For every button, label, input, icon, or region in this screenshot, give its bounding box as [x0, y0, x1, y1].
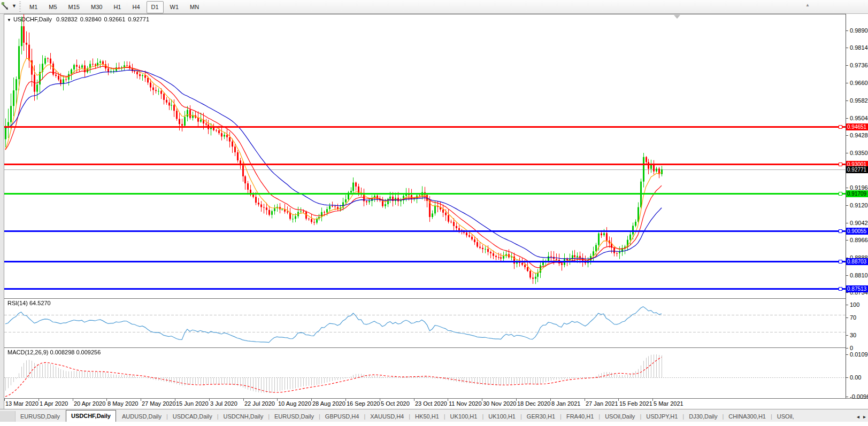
- date-axis-tick: [652, 399, 653, 401]
- price-axis-tick-label: 0.90420: [850, 220, 868, 226]
- tab-usoil-daily[interactable]: USOil,Daily: [600, 412, 640, 422]
- macd-axis-label: 0.010933: [850, 351, 868, 358]
- price-axis-tick: [846, 30, 848, 31]
- timeframe-button-h1[interactable]: H1: [109, 1, 126, 13]
- date-axis-label: 23 Oct 2020: [415, 400, 447, 407]
- chart-shift-marker-icon[interactable]: [674, 15, 680, 19]
- price-axis-tick-label: 0.95040: [850, 115, 868, 121]
- timeframe-button-d1[interactable]: D1: [147, 1, 164, 13]
- timeframe-button-h4[interactable]: H4: [127, 1, 144, 13]
- tab-usdchf-daily[interactable]: USDCHF,Daily: [66, 410, 116, 422]
- tab-scroll-arrows: ◂▸: [853, 414, 866, 420]
- price-axis-tick-label: 0.98140: [850, 44, 868, 51]
- tab-uk100-h1[interactable]: UK100,H1: [483, 412, 520, 422]
- macd-main-value: 0.008298: [50, 349, 74, 355]
- price-axis-tick: [846, 48, 848, 48]
- date-axis-label: 15 Jun 2020: [176, 400, 209, 407]
- price-axis-tick-label: 0.88100: [850, 272, 868, 278]
- price-axis-tick-label: 0.89660: [850, 237, 868, 243]
- price-level-tag: 0.90055: [846, 228, 868, 235]
- price-level-tag: 0.94651: [846, 123, 868, 130]
- date-axis-tick: [73, 399, 73, 401]
- date-axis-tick: [414, 399, 414, 401]
- date-axis-tick: [345, 399, 346, 401]
- tab-fra40-h1[interactable]: FRA40,H1: [562, 412, 598, 422]
- timeframe-button-m1[interactable]: M1: [25, 1, 42, 13]
- macd-chart-canvas[interactable]: [4, 348, 846, 398]
- date-axis-label: 27 May 2020: [142, 400, 176, 407]
- date-axis-tick: [516, 399, 517, 401]
- date-axis-label: 18 Dec 2020: [517, 400, 550, 407]
- price-axis-tick: [846, 100, 848, 101]
- date-axis-label: 30 Nov 2020: [483, 400, 516, 407]
- macd-axis-tick: [846, 397, 848, 397]
- date-axis-label: 1 Apr 2020: [40, 400, 68, 407]
- date-axis-tick: [550, 399, 551, 401]
- status-strip: [0, 422, 868, 426]
- date-axis-label: 28 Aug 2020: [312, 400, 345, 407]
- tab-uk100-h1[interactable]: UK100,H1: [445, 412, 482, 422]
- tab-xauusd-h4[interactable]: XAUUSD,H4: [365, 412, 409, 422]
- chart-symbol-label: USDCHF,Daily: [13, 16, 52, 22]
- tab-dj30-daily[interactable]: DJ30,Daily: [684, 412, 722, 422]
- tab-audusd-daily[interactable]: AUDUSD,Daily: [117, 412, 166, 422]
- rsi-axis-tick: [846, 317, 848, 318]
- ohlc-close: 0.92771: [128, 16, 149, 22]
- date-axis-label: 16 Sep 2020: [347, 400, 380, 407]
- timeframe-button-w1[interactable]: W1: [165, 1, 184, 13]
- date-axis-tick: [243, 399, 244, 401]
- price-axis-tick: [846, 65, 848, 66]
- date-axis-label: 13 Mar 2020: [5, 400, 39, 407]
- tab-scroll-left-icon[interactable]: ◂: [857, 414, 859, 420]
- price-axis-tick: [846, 205, 848, 206]
- rsi-axis-label: 100: [850, 301, 859, 308]
- price-axis-tick: [846, 135, 848, 136]
- price-axis-tick-label: 0.98900: [850, 27, 868, 34]
- tab-usdcnh-daily[interactable]: USDCNH,Daily: [219, 412, 268, 422]
- chart-dropdown-icon[interactable]: ▼: [7, 18, 11, 22]
- timeframe-button-m15[interactable]: M15: [64, 1, 85, 13]
- rsi-axis-label: 0: [850, 345, 853, 351]
- date-axis-label: 10 Aug 2020: [278, 400, 311, 407]
- rsi-axis-label: 30: [850, 332, 856, 338]
- date-axis-tick: [448, 399, 448, 401]
- tool-dropdown-arrow-icon[interactable]: ▼: [12, 3, 17, 9]
- trading-platform-window: ▼ M1M5M15M30H1H4D1W1MN ▲ ▼USDCHF,Daily0.…: [0, 0, 868, 426]
- rsi-chart-canvas[interactable]: [4, 299, 846, 347]
- tab-usoil-[interactable]: USOil,: [772, 412, 799, 422]
- date-axis-label: 5 Oct 2020: [381, 400, 410, 407]
- ohlc-high: 0.92840: [80, 16, 102, 22]
- rsi-value: 64.5270: [29, 300, 51, 306]
- tab-hk50-h1[interactable]: HK50,H1: [410, 412, 444, 422]
- tab-ger30-h1[interactable]: GER30,H1: [522, 412, 560, 422]
- tab-gbpusd-h4[interactable]: GBPUSD,H4: [320, 412, 364, 422]
- tab-china300-h1[interactable]: CHINA300,H1: [724, 412, 771, 422]
- macd-axis-tick: [846, 377, 848, 378]
- date-axis-tick: [585, 399, 585, 401]
- tab-usdjpy-h1[interactable]: USDJPY,H1: [641, 412, 682, 422]
- tab-usdcad-daily[interactable]: USDCAD,Daily: [168, 412, 217, 422]
- toolbar: ▼ M1M5M15M30H1H4D1W1MN ▲: [0, 0, 868, 14]
- date-axis-label: 22 Jul 2020: [244, 400, 275, 407]
- toolbar-overflow-icon[interactable]: ▲: [805, 3, 810, 7]
- date-axis-tick: [39, 399, 39, 401]
- price-axis-tick: [846, 240, 848, 241]
- date-axis-tick: [380, 399, 380, 401]
- timeframe-button-mn[interactable]: MN: [185, 1, 204, 13]
- tab-scroll-right-icon[interactable]: ▸: [863, 414, 866, 420]
- plot-column: ▼USDCHF,Daily0.928320.928400.926610.9277…: [4, 14, 846, 409]
- timeframe-button-m5[interactable]: M5: [44, 1, 62, 13]
- date-axis: 13 Mar 20201 Apr 202020 Apr 20208 May 20…: [4, 399, 868, 409]
- tab-eurusd-daily[interactable]: EURUSD,Daily: [270, 412, 319, 422]
- pointer-tool-icon[interactable]: [1, 2, 10, 11]
- tab-eurusd-daily[interactable]: EURUSD,Daily: [16, 412, 65, 422]
- price-axis-tick-label: 0.96600: [850, 80, 868, 86]
- date-axis-tick: [618, 399, 619, 401]
- date-axis-tick: [141, 399, 141, 401]
- timeframe-button-m30[interactable]: M30: [86, 1, 107, 13]
- rsi-title: RSI(14): [7, 300, 28, 306]
- price-chart-canvas[interactable]: [4, 14, 846, 298]
- date-axis-tick: [175, 399, 175, 401]
- price-axis-tick: [846, 223, 848, 223]
- macd-signal-value: 0.009256: [76, 349, 101, 355]
